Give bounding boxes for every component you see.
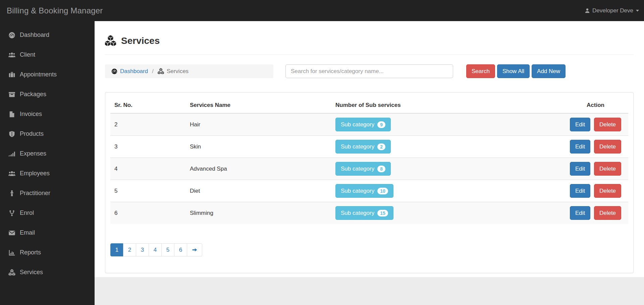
code-fork-icon bbox=[8, 210, 15, 217]
search-button[interactable]: Search bbox=[466, 64, 495, 78]
sub-services-cell: Sub category 15 bbox=[331, 202, 563, 224]
user-icon bbox=[585, 8, 590, 13]
delete-button[interactable]: Delete bbox=[594, 206, 621, 220]
pagination-link[interactable]: 3 bbox=[136, 243, 149, 256]
delete-button[interactable]: Delete bbox=[594, 140, 621, 154]
sidebar-item-packages[interactable]: Packages bbox=[0, 84, 95, 104]
pagination-link[interactable]: 4 bbox=[149, 243, 162, 256]
pagination-link[interactable]: 5 bbox=[161, 243, 174, 256]
user-name: Developer Deve bbox=[592, 7, 633, 14]
sub-category-button[interactable]: Sub category 10 bbox=[335, 184, 393, 198]
service-name-cell: Diet bbox=[186, 180, 331, 202]
sidebar-item-label: Invoices bbox=[20, 111, 42, 118]
delete-button[interactable]: Delete bbox=[594, 118, 621, 131]
file-icon bbox=[8, 111, 15, 118]
action-cell: Edit Delete bbox=[563, 202, 628, 224]
sub-services-cell: Sub category 9 bbox=[331, 113, 563, 136]
sr-no-cell: 6 bbox=[110, 202, 186, 224]
sidebar-item-label: Appointments bbox=[20, 71, 57, 78]
arrow-right-icon bbox=[192, 247, 197, 252]
service-name-cell: Hair bbox=[186, 113, 331, 136]
add-new-button[interactable]: Add New bbox=[532, 64, 566, 78]
sub-category-button[interactable]: Sub category 8 bbox=[335, 162, 391, 176]
edit-button[interactable]: Edit bbox=[570, 162, 590, 176]
shield-icon bbox=[8, 131, 15, 137]
service-name-cell: Advanced Spa bbox=[186, 158, 331, 180]
sidebar-item-products[interactable]: Products bbox=[0, 124, 95, 144]
edit-button[interactable]: Edit bbox=[570, 140, 590, 154]
delete-button[interactable]: Delete bbox=[594, 184, 621, 198]
sidebar-item-client[interactable]: Client bbox=[0, 45, 95, 65]
show-all-button[interactable]: Show All bbox=[497, 64, 530, 78]
sub-category-button[interactable]: Sub category 9 bbox=[335, 118, 391, 131]
sidebar-item-label: Enrol bbox=[20, 209, 34, 217]
pagination-link[interactable]: 1 bbox=[110, 243, 123, 256]
caret-down-icon bbox=[636, 9, 639, 12]
table-row: 5 Diet Sub category 10 Edit Delete bbox=[110, 180, 628, 202]
header-sr-no: Sr. No. bbox=[110, 98, 186, 113]
sub-category-label: Sub category bbox=[341, 188, 374, 194]
sub-category-label: Sub category bbox=[341, 121, 374, 128]
edit-button[interactable]: Edit bbox=[570, 118, 590, 131]
users-icon bbox=[8, 52, 15, 58]
pagination-next-link[interactable] bbox=[187, 243, 202, 256]
dashboard-icon bbox=[8, 32, 15, 39]
edit-button[interactable]: Edit bbox=[570, 184, 590, 198]
pagination-page-4: 4 bbox=[149, 243, 162, 256]
sub-services-cell: Sub category 2 bbox=[331, 136, 563, 158]
sub-category-button[interactable]: Sub category 2 bbox=[335, 140, 391, 154]
action-cell: Edit Delete bbox=[563, 180, 628, 202]
service-name-cell: Skin bbox=[186, 136, 331, 158]
search-input[interactable] bbox=[285, 64, 453, 78]
sub-category-label: Sub category bbox=[341, 210, 374, 217]
child-icon bbox=[8, 190, 15, 197]
pagination-page-2: 2 bbox=[123, 243, 136, 256]
table-row: 2 Hair Sub category 9 Edit Delete bbox=[110, 113, 628, 136]
edit-button[interactable]: Edit bbox=[570, 206, 590, 220]
action-cell: Edit Delete bbox=[563, 113, 628, 136]
sr-no-cell: 4 bbox=[110, 158, 186, 180]
sub-count-badge: 2 bbox=[377, 143, 385, 150]
users-icon bbox=[8, 170, 15, 177]
breadcrumb-dashboard-link[interactable]: Dashboard bbox=[111, 68, 148, 75]
sidebar-item-appointments[interactable]: Appointments bbox=[0, 65, 95, 84]
pagination-link[interactable]: 2 bbox=[123, 243, 136, 256]
sub-services-cell: Sub category 10 bbox=[331, 180, 563, 202]
sidebar-item-services[interactable]: Services bbox=[0, 262, 95, 282]
sub-category-label: Sub category bbox=[341, 166, 374, 172]
sub-count-badge: 15 bbox=[377, 210, 388, 217]
sub-category-button[interactable]: Sub category 15 bbox=[335, 206, 393, 220]
sidebar-item-label: Client bbox=[20, 51, 35, 58]
header-services-name: Services Name bbox=[186, 98, 331, 113]
user-menu[interactable]: Developer Deve bbox=[585, 7, 639, 14]
archive-icon bbox=[8, 91, 15, 98]
briefcase-icon bbox=[8, 71, 15, 78]
pagination-next bbox=[187, 243, 202, 256]
breadcrumb-dashboard-label: Dashboard bbox=[120, 68, 148, 75]
table-row: 3 Skin Sub category 2 Edit Delete bbox=[110, 136, 628, 158]
service-name-cell: Slimming bbox=[186, 202, 331, 224]
sidebar-item-dashboard[interactable]: Dashboard bbox=[0, 25, 95, 45]
top-navbar: Billing & Booking Manager Developer Deve bbox=[0, 0, 644, 21]
sidebar-item-enrol[interactable]: Enrol bbox=[0, 203, 95, 223]
sidebar-item-label: Expenses bbox=[20, 150, 46, 157]
breadcrumb: Dashboard / Services bbox=[105, 64, 273, 78]
table-row: 6 Slimming Sub category 15 Edit Delete bbox=[110, 202, 628, 224]
services-table: Sr. No. Services Name Number of Sub serv… bbox=[110, 98, 628, 224]
breadcrumb-separator: / bbox=[152, 68, 154, 75]
sr-no-cell: 3 bbox=[110, 136, 186, 158]
delete-button[interactable]: Delete bbox=[594, 162, 621, 176]
action-cell: Edit Delete bbox=[563, 158, 628, 180]
pagination-link[interactable]: 6 bbox=[174, 243, 187, 256]
table-header-row: Sr. No. Services Name Number of Sub serv… bbox=[110, 98, 628, 113]
sidebar-item-employees[interactable]: Employees bbox=[0, 164, 95, 183]
sub-category-label: Sub category bbox=[341, 143, 374, 150]
sidebar-item-invoices[interactable]: Invoices bbox=[0, 104, 95, 124]
header-action: Action bbox=[563, 98, 628, 113]
sidebar-item-expenses[interactable]: Expenses bbox=[0, 144, 95, 164]
sidebar-item-reports[interactable]: Reports bbox=[0, 243, 95, 262]
sidebar-item-email[interactable]: Email bbox=[0, 223, 95, 243]
action-cell: Edit Delete bbox=[563, 136, 628, 158]
sidebar-item-label: Packages bbox=[20, 91, 46, 98]
sidebar-item-practitioner[interactable]: Practitioner bbox=[0, 183, 95, 203]
